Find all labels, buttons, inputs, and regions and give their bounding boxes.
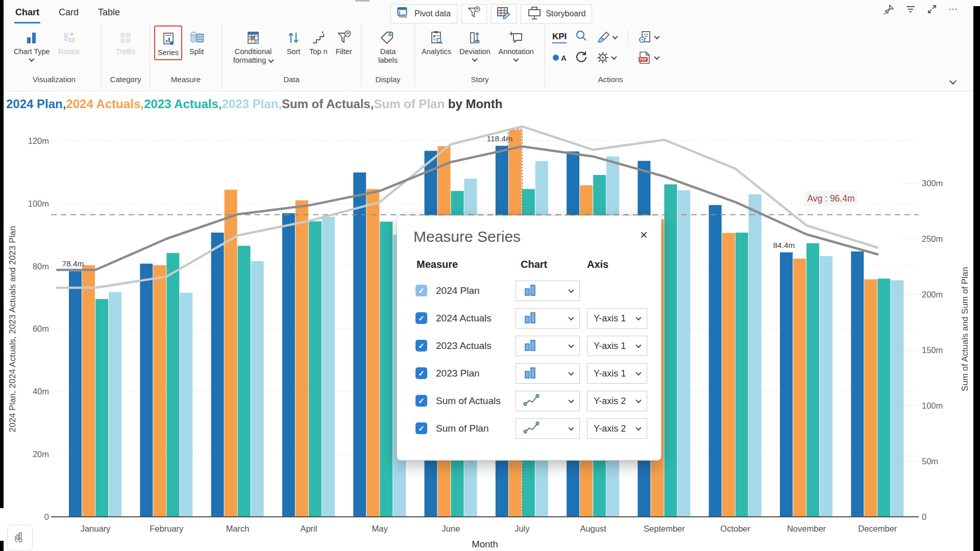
bar[interactable] — [664, 184, 677, 517]
axis-dropdown[interactable]: Y-axis 1 — [587, 336, 647, 356]
axis-dropdown[interactable]: Y-axis 1 — [587, 363, 647, 384]
format-painter-button[interactable] — [596, 31, 617, 44]
chart-type-dropdown[interactable] — [516, 363, 580, 384]
filter-button[interactable]: Filter — [333, 26, 354, 58]
measure-label: 2023 Actuals — [436, 340, 492, 352]
bar[interactable] — [238, 246, 251, 517]
chart-type-dropdown[interactable] — [516, 308, 580, 329]
y1-tick-label: 80m — [33, 262, 49, 271]
bar[interactable] — [166, 253, 179, 517]
bar[interactable] — [806, 243, 819, 517]
checkbox-2024-actuals[interactable] — [415, 312, 427, 324]
bar[interactable] — [95, 299, 108, 517]
storyboard-button[interactable]: Storyboard — [521, 4, 592, 23]
collapse-ribbon-icon[interactable] — [949, 78, 957, 85]
deviation-button[interactable]: Deviation — [457, 26, 493, 64]
measure-row: 2023 Actuals Y-axis 1 — [397, 334, 661, 358]
bar[interactable] — [891, 280, 903, 517]
bar[interactable] — [736, 233, 748, 517]
chevron-down-icon — [568, 287, 574, 293]
bar[interactable] — [211, 233, 224, 517]
mini-chart-icon — [13, 530, 27, 546]
trellis-button[interactable]: Trellis — [113, 26, 138, 58]
filter-quick-button[interactable] — [461, 4, 487, 23]
chart-type-dropdown[interactable] — [516, 281, 580, 301]
bar[interactable] — [780, 253, 793, 517]
top-n-button[interactable]: Top n — [307, 26, 330, 58]
bar[interactable] — [109, 292, 121, 517]
bar[interactable] — [140, 264, 153, 517]
bar[interactable] — [82, 265, 95, 517]
chevron-down-icon — [635, 342, 641, 348]
pivot-data-button[interactable]: Pivot data — [390, 4, 457, 23]
bar[interactable] — [820, 256, 832, 517]
annotation-button[interactable]: Annotation — [496, 26, 536, 64]
analytics-button[interactable]: Analytics — [419, 26, 454, 58]
bar[interactable] — [709, 205, 722, 517]
chart-type-dropdown[interactable] — [516, 336, 580, 356]
axis-dropdown[interactable]: Y-axis 2 — [587, 418, 647, 439]
month-label: February — [150, 524, 184, 533]
bar[interactable] — [251, 261, 264, 517]
bar[interactable] — [322, 217, 335, 517]
chevron-down-icon — [654, 54, 659, 60]
bar[interactable] — [851, 252, 864, 517]
pin-icon[interactable] — [883, 3, 895, 15]
label-color-button[interactable]: A — [552, 54, 567, 62]
analytics-icon — [428, 28, 445, 46]
kpi-button[interactable]: KPI — [552, 32, 567, 43]
bar[interactable] — [282, 213, 295, 517]
tab-card[interactable]: Card — [58, 6, 80, 23]
bar[interactable] — [877, 279, 890, 517]
bar[interactable] — [749, 194, 762, 517]
bar[interactable] — [366, 189, 379, 517]
bar[interactable] — [180, 293, 192, 517]
checkbox-2023-actuals[interactable] — [415, 340, 427, 352]
ribbon: Chart Card Table Pivot data — [4, 0, 973, 91]
chevron-down-icon — [612, 34, 618, 39]
checkbox-sum-of-actuals[interactable] — [415, 395, 427, 407]
bar[interactable] — [153, 265, 166, 517]
edit-table-quick-button[interactable] — [491, 4, 517, 23]
bar[interactable] — [793, 259, 806, 517]
series-button[interactable]: Series — [154, 26, 182, 60]
checkbox-2024-plan[interactable] — [415, 285, 427, 296]
chart-type-dropdown[interactable] — [516, 418, 580, 439]
export-pdf-button[interactable]: PDF — [637, 51, 659, 64]
tab-chart[interactable]: Chart — [14, 6, 40, 23]
bar[interactable] — [677, 190, 690, 517]
conditional-formatting-button[interactable]: Conditional formatting — [226, 26, 280, 66]
data-labels-label: Data labels — [372, 47, 404, 64]
bar[interactable] — [353, 172, 366, 517]
filter-lines-icon[interactable] — [904, 3, 917, 15]
checkbox-2023-plan[interactable] — [415, 367, 427, 379]
y1-tick-label: 40m — [33, 387, 49, 396]
measure-label: 2023 Plan — [436, 368, 480, 379]
expand-icon[interactable] — [926, 3, 938, 15]
axis-dropdown[interactable]: Y-axis 2 — [587, 391, 647, 411]
series-icon — [160, 29, 177, 47]
search-icon[interactable] — [575, 30, 588, 45]
chart-type-button[interactable]: Chart Type — [11, 26, 53, 64]
settings-gear-button[interactable] — [596, 51, 616, 64]
rotate-button[interactable]: Rotate — [56, 26, 83, 58]
tab-table[interactable]: Table — [97, 6, 121, 23]
settings-document-button[interactable] — [638, 30, 659, 44]
split-button[interactable]: Split — [185, 26, 208, 58]
bar[interactable] — [380, 221, 393, 517]
bar[interactable] — [69, 271, 82, 517]
sort-button[interactable]: Sort — [283, 26, 304, 58]
checkbox-sum-of-plan[interactable] — [415, 422, 427, 434]
measure-label: Sum of Actuals — [436, 395, 501, 407]
chart-type-dropdown[interactable] — [516, 391, 580, 411]
data-labels-button[interactable]: Data labels — [370, 26, 406, 66]
bar[interactable] — [722, 233, 735, 517]
bar[interactable] — [864, 279, 877, 517]
more-icon[interactable]: ⋯ — [947, 3, 960, 15]
axis-dropdown[interactable]: Y-axis 1 — [587, 308, 647, 329]
bar[interactable] — [309, 221, 322, 517]
refresh-icon[interactable] — [575, 50, 588, 65]
chart-settings-corner-button[interactable] — [7, 524, 33, 551]
close-icon[interactable]: × — [640, 228, 648, 241]
bar[interactable] — [296, 201, 308, 517]
